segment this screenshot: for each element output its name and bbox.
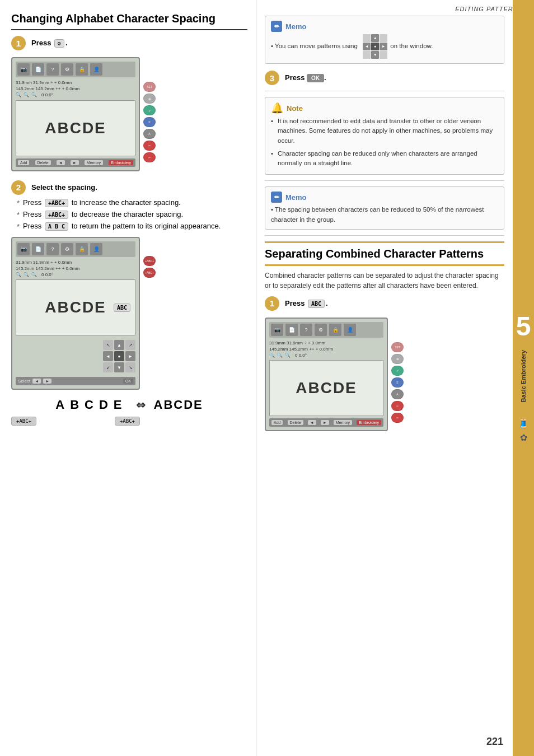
memory-button-3[interactable]: Memory: [334, 420, 352, 425]
toolbar2-settings: ⚙: [61, 243, 73, 255]
machine-canvas-1: ABCDE: [16, 100, 135, 156]
side3-btn-2[interactable]: ⊕: [391, 354, 404, 364]
step1-text: Press ⚙.: [31, 39, 68, 48]
toolbar-icon-lock: 🔒: [76, 63, 88, 76]
machine-info-3: 31.9mm 31.9mm ÷ + 0.0mm 145.2mm 145.2mm …: [269, 340, 383, 359]
select-right-btn[interactable]: ►: [43, 379, 51, 384]
memo1-header: ✏ Memo: [271, 21, 498, 32]
nav-mini-br: [380, 51, 387, 59]
abc-press-button[interactable]: ABC: [308, 300, 325, 308]
decrease-spacing-btn[interactable]: +ABC+: [45, 211, 68, 219]
memory-button[interactable]: Memory: [85, 160, 103, 165]
embroidery-button[interactable]: Embroidery: [109, 160, 133, 165]
note-title: Note: [287, 104, 303, 113]
machine-bottom-bar-1: Add Delete ◄ ► Memory Embroidery: [16, 158, 135, 167]
side-btn-4[interactable]: ≡: [143, 117, 156, 127]
memo2-title: Memo: [285, 193, 307, 202]
add-button[interactable]: Add: [18, 160, 29, 165]
add-button-3[interactable]: Add: [271, 420, 283, 425]
nav-mini-left: ◄: [363, 43, 371, 50]
divider-2: [265, 180, 504, 181]
memo2-icon: ✏: [271, 192, 282, 203]
side-btn-6[interactable]: ✂: [143, 141, 156, 151]
nav-mini-right: ►: [380, 43, 387, 50]
step3-row: 3 Press OK.: [265, 71, 504, 85]
toolbar3-question: ?: [300, 324, 312, 336]
note-header: 🔔 Note: [271, 102, 498, 114]
side-btn-7[interactable]: ✂: [143, 152, 156, 162]
page-number: 221: [486, 736, 503, 748]
nav-mini-center: ●: [371, 43, 379, 50]
right-arrow-button-3[interactable]: ►: [321, 420, 329, 425]
left-arrow-button-3[interactable]: ◄: [308, 420, 316, 425]
left-arrow-button[interactable]: ◄: [57, 160, 65, 165]
side-btn-3[interactable]: ✓: [143, 105, 156, 115]
section2-step1-circle: 1: [265, 296, 279, 311]
machine-canvas-3: ABCDE: [269, 360, 383, 416]
select-left-btn[interactable]: ◄: [32, 379, 41, 384]
side3-btn-7[interactable]: ✂: [391, 413, 404, 423]
nav-grid: ↖ ▲ ↗ ◄ ● ► ↙ ▼ ↘: [103, 340, 135, 372]
toolbar2-camera: 📷: [17, 243, 30, 255]
side3-btn-6[interactable]: ✂: [391, 401, 404, 411]
settings-button-label[interactable]: ⚙: [54, 39, 64, 48]
side3-btn-3[interactable]: ✓: [391, 366, 404, 376]
toolbar3-lock: 🔒: [329, 324, 341, 336]
screen1-side-buttons: SET ⊕ ✓ ≡ A ✂ ✂: [143, 82, 156, 162]
step2-text: Select the spacing.: [31, 183, 97, 192]
side3-btn-5[interactable]: A: [391, 389, 404, 399]
nav-right[interactable]: ►: [125, 351, 135, 361]
bullet-increase: * Press +ABC+ to increase the character …: [17, 198, 247, 207]
machine-abcde-1: ABCDE: [45, 119, 106, 137]
sewing-icon: 🧵: [518, 418, 529, 429]
side-btn-2[interactable]: ⊕: [143, 94, 156, 104]
nav-center[interactable]: ●: [114, 351, 124, 361]
step1-circle: 1: [11, 36, 26, 50]
right-arrow-button[interactable]: ►: [71, 160, 79, 165]
ok-btn-screen2[interactable]: OK: [123, 379, 133, 384]
nav-topright[interactable]: ↗: [125, 340, 135, 350]
side-btn-5[interactable]: A: [143, 129, 156, 139]
side2-btn-2[interactable]: +ABC+: [143, 268, 156, 278]
abc-canvas-btn[interactable]: ABC: [114, 304, 130, 312]
embroidery-button-3[interactable]: Embroidery: [357, 420, 381, 425]
toolbar2-question: ?: [46, 243, 59, 255]
step2-bullets: * Press +ABC+ to increase the character …: [17, 198, 247, 231]
memo1-text: • You can move patterns using ▲ ◄ ● ► ▼: [271, 34, 498, 59]
section2-step1-row: 1 Press ABC.: [265, 296, 504, 311]
note-text: It is not recommended to edit data and t…: [271, 116, 498, 168]
nav-mini-up: ▲: [371, 34, 379, 42]
abc-btn-row: +ABC+ +ABC+: [11, 417, 140, 426]
nav-mini-bl: [363, 51, 371, 59]
abc-btn-left[interactable]: +ABC+: [11, 417, 36, 426]
delete-button-3[interactable]: Delete: [288, 420, 303, 425]
screen3-side-buttons: SET ⊕ ✓ ≡ A ✂ ✂: [391, 342, 404, 423]
side-btn-1[interactable]: SET: [143, 82, 156, 92]
right-column: ✏ Memo • You can move patterns using ▲ ◄…: [256, 0, 513, 756]
note-icon: 🔔: [271, 102, 283, 114]
flower-icon: ✿: [520, 432, 527, 443]
delete-button[interactable]: Delete: [35, 160, 51, 165]
nav-down[interactable]: ▼: [114, 362, 124, 372]
nav-botright[interactable]: ↘: [125, 362, 135, 372]
right-sidebar: 5 Basic Embroidery 🧵 ✿: [513, 0, 534, 756]
abc-btn-right[interactable]: +ABC+: [115, 417, 140, 426]
nav-botleft[interactable]: ↙: [103, 362, 113, 372]
divider-1: [265, 91, 504, 91]
side2-btn-1[interactable]: +ABC+: [143, 256, 156, 266]
reset-spacing-btn[interactable]: A B C: [45, 222, 68, 231]
nav-arrows-grid: ▲ ◄ ● ► ▼: [363, 34, 387, 59]
toolbar-icon-file: 📄: [32, 63, 44, 76]
side3-btn-1[interactable]: SET: [391, 342, 404, 352]
machine-screen-3-wrapper: 📷 📄 ? ⚙ 🔒 👤 31.9mm 31.9mm ÷ + 0.0mm 145.…: [265, 314, 388, 435]
section2-title: Separating Combined Character Patterns: [265, 241, 504, 266]
normal-letters: ABCDE: [154, 398, 203, 412]
toolbar-icon-person: 👤: [90, 63, 102, 76]
machine-bottom-bar-3: Add Delete ◄ ► Memory Embroidery: [269, 418, 383, 427]
nav-left[interactable]: ◄: [103, 351, 113, 361]
nav-topleft[interactable]: ↖: [103, 340, 113, 350]
increase-spacing-btn[interactable]: +ABC+: [45, 199, 68, 207]
side3-btn-4[interactable]: ≡: [391, 377, 404, 388]
ok-button[interactable]: OK: [307, 74, 324, 82]
nav-up[interactable]: ▲: [114, 340, 124, 350]
